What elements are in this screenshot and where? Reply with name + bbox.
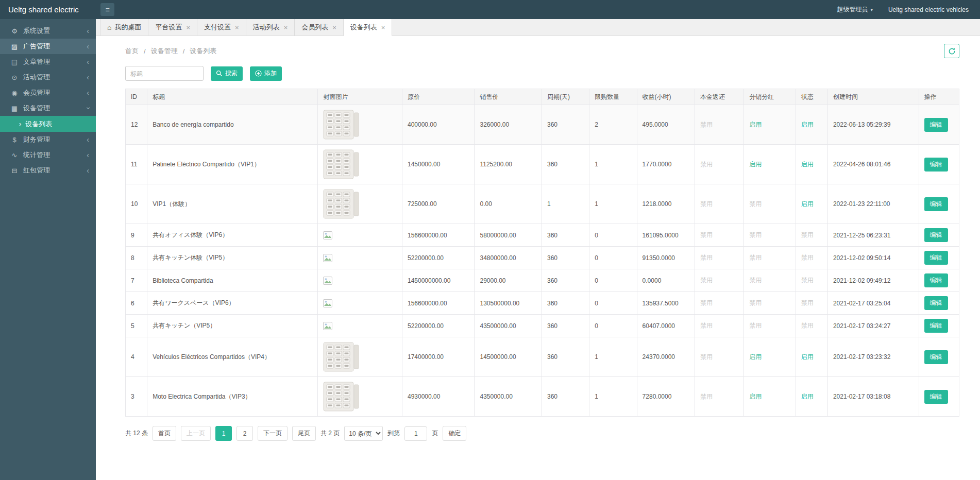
tab-label: 活动列表 — [253, 23, 280, 32]
sidebar-item-member-management[interactable]: ◉会员管理‹ — [0, 85, 96, 100]
column-header: 操作 — [919, 89, 959, 105]
first-page-button[interactable]: 首页 — [153, 426, 176, 441]
refresh-icon — [948, 47, 956, 55]
tab-member-list[interactable]: 会员列表× — [295, 19, 344, 36]
sidebar-item-finance-management[interactable]: $财务管理‹ — [0, 132, 96, 147]
cell-principal: 禁用 — [695, 377, 744, 417]
chevron-left-icon: ‹ — [87, 89, 89, 96]
cell-title: Patinete Eléctrico Compartido（VIP1） — [147, 145, 318, 184]
cell-operation: 编辑 — [919, 292, 959, 315]
cell-title: 共有キッチン（VIP5） — [147, 315, 318, 337]
close-icon[interactable]: × — [186, 24, 190, 31]
tab-payment-settings[interactable]: 支付设置× — [197, 19, 246, 36]
goto-page-input[interactable] — [404, 426, 427, 441]
cell-id: 3 — [126, 377, 147, 417]
edit-button[interactable]: 编辑 — [924, 251, 948, 265]
close-icon[interactable]: × — [381, 24, 385, 31]
cell-principal: 禁用 — [695, 269, 744, 292]
sidebar-item-label: 财务管理 — [23, 135, 82, 144]
edit-button[interactable]: 编辑 — [924, 319, 948, 333]
search-button[interactable]: 搜索 — [211, 66, 243, 81]
close-icon[interactable]: × — [332, 24, 336, 31]
tab-activity-list[interactable]: 活动列表× — [246, 19, 295, 36]
user-role-label: 超级管理员 — [837, 5, 868, 14]
page-number-button[interactable]: 2 — [236, 426, 253, 441]
cell-dividend: 启用 — [744, 337, 796, 377]
sidebar-item-article-management[interactable]: ▤文章管理‹ — [0, 54, 96, 70]
cell-operation: 编辑 — [919, 377, 959, 417]
sidebar-item-activity-management[interactable]: ⊙活动管理‹ — [0, 70, 96, 85]
cell-status: 启用 — [796, 145, 827, 184]
page-size-select[interactable]: 10 条/页 — [344, 426, 383, 441]
user-role-dropdown[interactable]: 超级管理员 ▾ — [837, 5, 873, 14]
cell-created: 2021-12-25 06:23:31 — [827, 224, 919, 247]
column-header: 收益(小时) — [637, 89, 695, 105]
breadcrumb-item[interactable]: 设备列表 — [190, 46, 216, 56]
edit-button[interactable]: 编辑 — [924, 273, 948, 287]
ad-management-icon: ▨ — [10, 43, 19, 50]
chevron-left-icon: ‹ — [87, 136, 89, 143]
sidebar-item-ad-management[interactable]: ▨广告管理‹ — [0, 39, 96, 54]
next-page-button[interactable]: 下一页 — [258, 426, 288, 441]
cell-operation: 编辑 — [919, 224, 959, 247]
edit-button[interactable]: 编辑 — [924, 118, 948, 132]
cell-dividend: 禁用 — [744, 247, 796, 269]
table-header-row: ID标题封面图片原价销售价周期(天)限购数量收益(小时)本金返还分销分红状态创建… — [126, 89, 959, 105]
edit-button[interactable]: 编辑 — [924, 350, 948, 364]
cell-created: 2022-04-26 08:01:46 — [827, 145, 919, 184]
app: Ueltg shared electric ≡ 超级管理员 ▾ Ueltg sh… — [0, 0, 980, 480]
page-number-button[interactable]: 1 — [215, 426, 232, 441]
cell-id: 7 — [126, 269, 147, 292]
column-header: 创建时间 — [827, 89, 919, 105]
tab-my-desktop[interactable]: ⌂我的桌面 — [100, 19, 148, 36]
edit-button[interactable]: 编辑 — [924, 228, 948, 242]
tab-device-list[interactable]: 设备列表× — [344, 19, 393, 36]
cell-income: 24370.0000 — [637, 337, 695, 377]
edit-button[interactable]: 编辑 — [924, 296, 948, 310]
tab-platform-settings[interactable]: 平台设置× — [148, 19, 197, 36]
cell-title: Biblioteca Compartida — [147, 269, 318, 292]
column-header: 销售价 — [475, 89, 542, 105]
edit-button[interactable]: 编辑 — [924, 197, 948, 211]
cell-status: 禁用 — [796, 269, 827, 292]
article-management-icon: ▤ — [10, 58, 19, 66]
cell-limit: 1 — [589, 377, 637, 417]
sidebar-item-label: 统计管理 — [23, 150, 82, 160]
sidebar-toggle-button[interactable]: ≡ — [100, 3, 114, 16]
breadcrumb-item[interactable]: 设备管理 — [151, 46, 178, 56]
cell-created: 2021-02-17 03:24:27 — [827, 315, 919, 337]
edit-button[interactable]: 编辑 — [924, 390, 948, 404]
prev-page-button[interactable]: 上一页 — [181, 426, 211, 441]
cell-cover-image — [318, 315, 402, 337]
edit-button[interactable]: 编辑 — [924, 158, 948, 172]
cell-income: 0.0000 — [637, 269, 695, 292]
device-image — [323, 188, 360, 219]
add-button[interactable]: 添加 — [250, 66, 282, 81]
home-icon: ⌂ — [107, 23, 111, 31]
close-icon[interactable]: × — [235, 24, 239, 31]
sidebar-item-redpacket-management[interactable]: ⊟红包管理‹ — [0, 163, 96, 178]
search-input[interactable] — [125, 66, 204, 81]
cell-id: 10 — [126, 184, 147, 224]
close-icon[interactable]: × — [284, 24, 288, 31]
confirm-button[interactable]: 确定 — [443, 426, 466, 441]
cell-period: 360 — [542, 247, 589, 269]
sidebar-item-label: 文章管理 — [23, 57, 82, 66]
sidebar-item-stats-management[interactable]: ∿统计管理‹ — [0, 147, 96, 163]
cell-dividend: 启用 — [744, 145, 796, 184]
add-button-label: 添加 — [264, 69, 277, 78]
cell-price: 156600000.00 — [402, 292, 475, 315]
cell-cover-image — [318, 269, 402, 292]
cell-sale-price: 43500000.00 — [475, 315, 542, 337]
breadcrumb-item[interactable]: 首页 — [125, 46, 139, 56]
cell-created: 2021-02-17 03:25:04 — [827, 292, 919, 315]
sidebar-subitem-device-list[interactable]: ›设备列表 — [0, 116, 96, 132]
body-row: ⚙系统设置‹▨广告管理‹▤文章管理‹⊙活动管理‹◉会员管理‹▦设备管理‹›设备列… — [0, 19, 980, 480]
sidebar-item-device-management[interactable]: ▦设备管理‹ — [0, 100, 96, 116]
cell-cover-image — [318, 247, 402, 269]
refresh-button[interactable] — [944, 44, 959, 58]
cell-income: 7280.0000 — [637, 377, 695, 417]
sidebar-item-system-settings[interactable]: ⚙系统设置‹ — [0, 23, 96, 39]
device-image — [323, 381, 360, 412]
last-page-button[interactable]: 尾页 — [292, 426, 316, 441]
